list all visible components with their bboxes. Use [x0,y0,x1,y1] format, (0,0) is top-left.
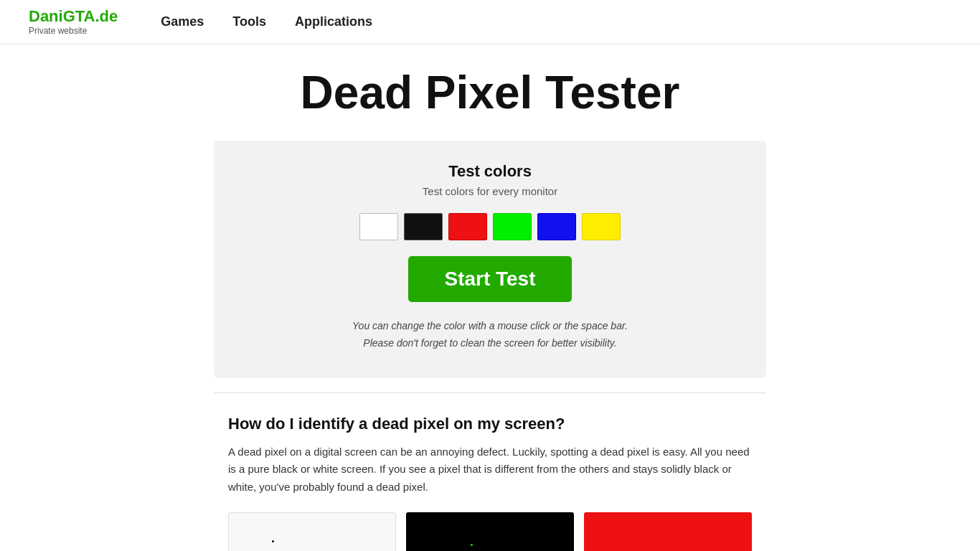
nav-link-games[interactable]: Games [161,14,204,29]
swatch-green[interactable] [493,213,532,240]
brand-title[interactable]: DaniGTA.de [29,8,118,25]
brand-subtitle: Private website [29,26,118,36]
example-white: One pixel dead [228,512,396,551]
example-red: One pixel dead [584,512,752,551]
hint-line1: You can change the color with a mouse cl… [352,320,628,331]
dead-pixel-dot-white [272,540,274,542]
test-colors-card: Test colors Test colors for every monito… [214,141,766,378]
article-section: How do I identify a dead pixel on my scr… [214,392,766,551]
swatch-red[interactable] [448,213,487,240]
nav-links: Games Tools Applications [161,14,372,29]
start-test-button[interactable]: Start Test [408,256,571,302]
swatch-yellow[interactable] [582,213,621,240]
article-heading: How do I identify a dead pixel on my scr… [228,415,752,433]
main-content: Dead Pixel Tester Test colors Test color… [0,44,980,551]
card-subtitle: Test colors for every monitor [242,185,738,197]
brand: DaniGTA.de Private website [29,8,118,35]
swatch-blue[interactable] [537,213,576,240]
dead-pixel-dot-black [471,544,473,546]
navbar: DaniGTA.de Private website Games Tools A… [0,0,980,44]
color-swatches [242,213,738,240]
card-title: Test colors [242,162,738,181]
card-hint: You can change the color with a mouse cl… [242,318,738,352]
swatch-white[interactable] [359,213,398,240]
white-screen-img [228,512,396,551]
nav-link-tools[interactable]: Tools [232,14,266,29]
black-screen-img [406,512,574,551]
article-body: A dead pixel on a digital screen can be … [228,443,752,496]
example-black: A green pixel stays on [406,512,574,551]
swatch-black[interactable] [404,213,443,240]
page-title: Dead Pixel Tester [0,44,980,141]
red-screen-img [584,512,752,551]
examples: One pixel dead A green pixel stays on On… [228,512,752,551]
nav-link-applications[interactable]: Applications [295,14,372,29]
hint-line2: Please don't forget to clean the screen … [363,337,616,349]
